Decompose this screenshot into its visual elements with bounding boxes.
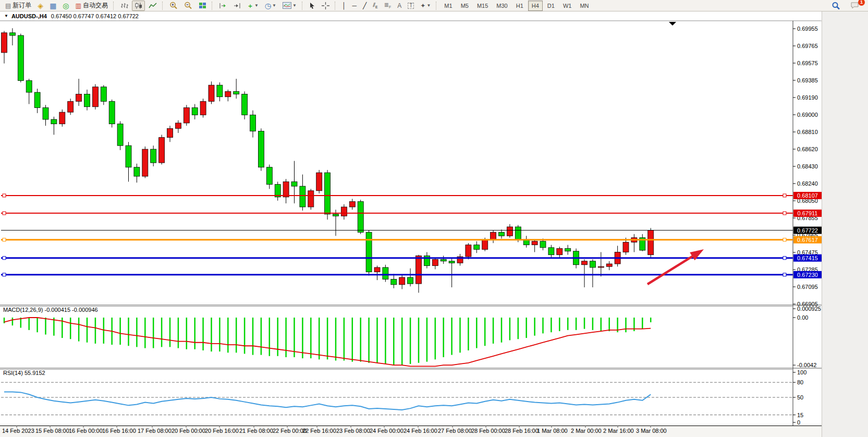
- candle-13: [109, 100, 115, 128]
- date-tick-label: 15 Feb 08:00: [35, 428, 69, 434]
- new-order-button[interactable]: ▤ 新订单: [3, 1, 34, 11]
- price-label-text: 0.67617: [797, 237, 818, 243]
- line-handle[interactable]: [783, 212, 786, 215]
- candlestick-chart-button[interactable]: [132, 1, 145, 11]
- line-handle[interactable]: [783, 273, 786, 276]
- rsi-tick-label: 80: [797, 379, 803, 385]
- notifications-button[interactable]: 1: [848, 1, 862, 11]
- timeframe-button-H4[interactable]: H4: [528, 1, 543, 11]
- text-icon: A: [397, 3, 401, 9]
- tile-windows-icon: [199, 2, 206, 9]
- macd-tick-label: 0.000925: [797, 306, 821, 312]
- candle-78: [648, 228, 654, 258]
- line-handle[interactable]: [3, 257, 6, 260]
- text-label-button[interactable]: T: [405, 1, 417, 11]
- macd-tick-label: -0.0042: [797, 362, 816, 368]
- market-watch-icon: ▦: [50, 2, 56, 9]
- line-handle[interactable]: [3, 212, 6, 215]
- text-button[interactable]: A: [395, 1, 404, 11]
- candle-22: [184, 105, 189, 126]
- chevron-down-icon: ▼: [426, 3, 431, 8]
- chevron-down-icon: ▼: [254, 3, 259, 8]
- arrows-button[interactable]: ✦▼: [418, 1, 433, 11]
- timeframe-button-W1[interactable]: W1: [559, 1, 576, 11]
- chart-title-bar[interactable]: ▼ AUDUSD-,H4 0.67450 0.67747 0.67412 0.6…: [0, 11, 821, 21]
- date-tick-label: 14 Feb 2023: [2, 428, 34, 434]
- date-tick-label: 24 Feb 00:00: [370, 428, 404, 434]
- trendline-icon: ╱: [363, 3, 366, 9]
- arrows-icon: ✦: [420, 3, 425, 9]
- zoom-out-button[interactable]: [181, 1, 195, 11]
- timeframe-button-M15[interactable]: M15: [473, 1, 492, 11]
- channel-button[interactable]: ⫽E: [370, 1, 381, 11]
- fibonacci-icon: ≣F: [384, 2, 392, 9]
- timeframe-button-M1[interactable]: M1: [441, 1, 456, 11]
- timeframe-button-M30[interactable]: M30: [493, 1, 511, 11]
- toolbar-separator: [302, 2, 304, 10]
- line-handle[interactable]: [3, 194, 6, 197]
- date-tick-label: 27 Feb 08:00: [438, 428, 472, 434]
- line-handle[interactable]: [783, 238, 786, 241]
- candle-37: [308, 189, 314, 210]
- fibonacci-button[interactable]: ≣F: [382, 1, 394, 11]
- signals-button[interactable]: ◎: [60, 1, 71, 11]
- horizontal-line-button[interactable]: ─: [349, 1, 359, 11]
- chevron-down-icon: ▼: [292, 3, 297, 8]
- candle-44: [366, 230, 372, 276]
- price-tick-label: 0.69765: [797, 43, 818, 49]
- search-button[interactable]: [829, 1, 843, 11]
- bar-chart-button[interactable]: [118, 1, 131, 11]
- price-tick-label: 0.69000: [797, 112, 818, 118]
- periods-button[interactable]: ◷▼: [262, 1, 279, 11]
- timeframe-group: M1M5M15M30H1H4D1W1MN: [440, 1, 593, 11]
- timeframe-button-M5[interactable]: M5: [457, 1, 472, 11]
- zoom-in-icon: [169, 2, 178, 9]
- chart-shift-icon: [233, 2, 241, 9]
- line-handle[interactable]: [3, 238, 6, 241]
- chart-menu-triangle-icon: ▼: [4, 14, 8, 18]
- price-tick-label: 0.69955: [797, 26, 818, 32]
- templates-button[interactable]: ▼: [280, 1, 299, 11]
- date-tick-label: 20 Feb 00:00: [172, 428, 205, 434]
- chart-canvas[interactable]: 0.699550.697650.695750.693850.691900.690…: [0, 0, 868, 437]
- price-tick-label: 0.67095: [797, 284, 818, 290]
- auto-trading-icon: ▥: [76, 3, 81, 9]
- mt4-terminal: { "toolbar": { "new_order_label": "新订单",…: [0, 0, 868, 437]
- line-handle[interactable]: [783, 257, 786, 260]
- price-tick-label: 0.69575: [797, 60, 818, 66]
- candle-46: [383, 265, 388, 282]
- indicators-button[interactable]: ＋▼: [244, 1, 261, 11]
- zoom-in-button[interactable]: [167, 1, 180, 11]
- line-handle[interactable]: [783, 194, 786, 197]
- chart-shift-button[interactable]: [230, 1, 243, 11]
- date-tick-label: 16 Feb 16:00: [102, 428, 136, 434]
- toolbar-separator: [335, 2, 337, 10]
- horizontal-line-icon: ─: [352, 3, 357, 9]
- toolbar-separator: [436, 2, 438, 10]
- toolbar-separator: [113, 2, 115, 10]
- timeframe-button-D1[interactable]: D1: [544, 1, 558, 11]
- candle-24: [200, 99, 206, 117]
- auto-trading-button[interactable]: ▥ 自动交易: [73, 1, 111, 11]
- line-handle[interactable]: [3, 273, 6, 276]
- vertical-line-button[interactable]: │: [339, 1, 349, 11]
- date-tick-label: 28 Feb 00:00: [471, 428, 505, 434]
- timeframe-button-MN[interactable]: MN: [576, 1, 592, 11]
- crosshair-button[interactable]: [319, 1, 332, 11]
- timeframe-button-H1[interactable]: H1: [512, 1, 527, 11]
- notification-badge: 1: [858, 0, 865, 6]
- line-chart-button[interactable]: [146, 1, 160, 11]
- cursor-button[interactable]: [307, 1, 318, 11]
- date-tick-label: 28 Feb 16:00: [505, 428, 539, 434]
- date-tick-label: 21 Feb 08:00: [239, 428, 273, 434]
- auto-scroll-button[interactable]: [216, 1, 229, 11]
- market-watch-button[interactable]: ▦: [47, 1, 59, 11]
- candle-11: [92, 84, 98, 109]
- toolbar-right-group: 1: [828, 1, 863, 11]
- rsi-indicator-label: RSI(14) 55.9152: [3, 370, 45, 376]
- tile-windows-button[interactable]: [196, 1, 209, 11]
- trendline-button[interactable]: ╱: [360, 1, 369, 11]
- main-toolbar: ▤ 新订单 ◈ ▦ ◎ ▥ 自动交易 ＋▼ ◷▼ ▼: [0, 0, 868, 11]
- charts-button[interactable]: ◈: [35, 1, 46, 11]
- price-label-text: 0.67722: [797, 227, 818, 234]
